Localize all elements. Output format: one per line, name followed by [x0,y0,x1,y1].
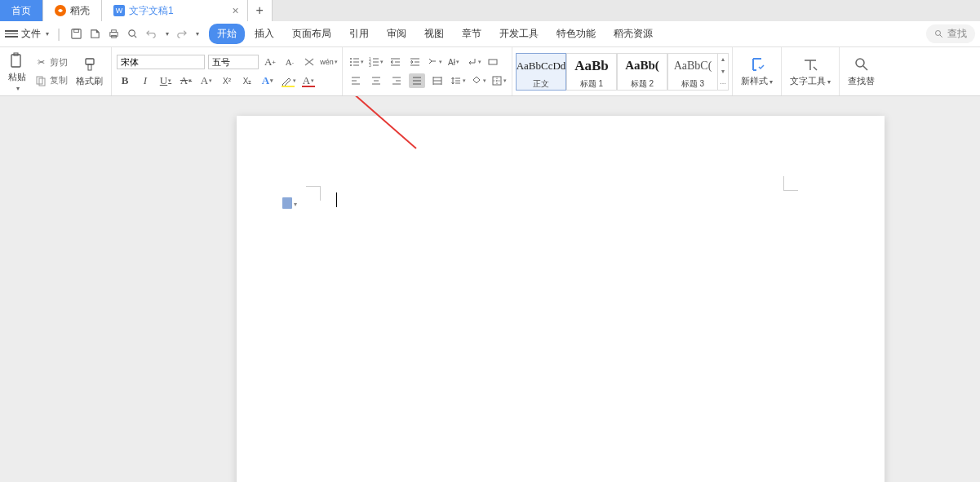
align-left-button[interactable] [348,73,364,88]
italic-button[interactable]: I [137,73,153,88]
redo-icon[interactable] [175,28,188,40]
bullets-button[interactable]: ▾ [348,55,364,69]
styles-scroll[interactable]: ▴▾⋯ [717,53,729,91]
svg-line-6 [135,35,137,38]
ribbon-group-font: A+ A- wén▾ B I U▾ A▾ A▾ X² X₂ A▾ ▾ A▾ [112,47,343,95]
chevron-down-icon[interactable]: ▾ [196,30,199,38]
svg-point-15 [350,58,352,60]
line-spacing-button[interactable]: ▾ [450,73,466,88]
paste-button[interactable]: 粘贴▾ [5,50,29,94]
file-menu[interactable]: 文件 ▾ [5,27,49,41]
preview-icon[interactable] [126,28,139,40]
svg-rect-33 [489,60,497,64]
find-replace-button[interactable]: 查找替 [845,54,878,89]
underline-button[interactable]: U▾ [157,73,174,88]
menu-bar: 文件 ▾ | ▾ ▾ 开始 插入 页面布局 引用 审阅 视图 章节 开发工具 特… [0,21,980,47]
menu-page-layout[interactable]: 页面布局 [284,24,339,44]
svg-point-57 [856,59,864,67]
tab-document[interactable]: W 文字文稿1 × [102,0,248,21]
increase-indent-button[interactable] [406,55,423,69]
highlight-button[interactable]: ▾ [280,73,296,88]
menu-start[interactable]: 开始 [209,24,245,44]
grow-font-button[interactable]: A+ [262,55,278,69]
copy-button[interactable]: 复制 [33,73,69,88]
phonetic-guide-button[interactable]: wén▾ [321,55,337,69]
tab-add[interactable]: + [248,0,273,21]
tab-bar: 首页 稻壳 W 文字文稿1 × + [0,0,980,21]
format-painter-icon [81,55,99,73]
shading-button[interactable]: ▾ [470,73,486,88]
svg-rect-13 [86,59,94,64]
bold-button[interactable]: B [117,73,133,88]
docer-icon [55,5,66,16]
decrease-indent-button[interactable] [387,55,403,69]
cut-icon: ✂ [34,56,47,69]
svg-text:3: 3 [369,63,371,68]
svg-rect-3 [112,30,117,33]
chevron-down-icon[interactable]: ▾ [294,201,297,208]
svg-rect-0 [72,29,81,38]
menu-insert[interactable]: 插入 [246,24,282,44]
style-heading-3[interactable]: AaBbC( 标题 3 [667,53,718,91]
ribbon-group-clipboard: 粘贴▾ ✂剪切 复制 格式刷 [0,47,112,95]
ribbon-group-find: 查找替 [840,47,883,95]
superscript-button[interactable]: X² [219,73,235,88]
font-size-combo[interactable] [208,55,259,69]
style-body-text[interactable]: AaBbCcDd 正文 [516,53,566,91]
document-page[interactable] [237,116,885,482]
text-effects-button[interactable]: A▾ [259,73,276,88]
new-style-icon [748,55,766,73]
align-right-button[interactable] [388,73,405,88]
search-box[interactable]: 查找 [926,24,975,43]
subscript-button[interactable]: X₂ [239,73,255,88]
undo-icon[interactable] [145,28,157,40]
text-tool-button[interactable]: 文字工具▾ [787,54,834,89]
style-heading-1[interactable]: AaBb 标题 1 [566,53,617,91]
style-heading-2[interactable]: AaBb( 标题 2 [617,53,667,91]
shrink-font-button[interactable]: A- [282,55,298,69]
cut-button[interactable]: ✂剪切 [33,55,69,70]
quick-access-toolbar: ▾ ▾ [70,28,199,40]
save-icon[interactable] [70,28,82,40]
tab-docer[interactable]: 稻壳 [43,0,102,21]
text-direction-button[interactable]: ▾ [426,55,442,69]
ribbon-group-styles: AaBbCcDd 正文 AaBb 标题 1 AaBb( 标题 2 AaBbC( … [512,47,733,95]
paragraph-options-icon[interactable] [282,197,292,209]
align-center-button[interactable] [368,73,384,88]
align-distribute-button[interactable] [429,73,446,88]
clear-format-button[interactable] [301,55,317,69]
menu-dev-tools[interactable]: 开发工具 [491,24,547,44]
svg-point-19 [350,64,352,66]
svg-line-8 [940,34,942,37]
borders-button[interactable]: ▾ [490,73,507,88]
tab-button[interactable] [485,55,501,69]
svg-point-17 [350,61,352,63]
search-placeholder: 查找 [947,27,967,41]
tab-home[interactable]: 首页 [0,0,43,21]
font-color-button[interactable]: A▾ [300,73,317,88]
print-preview-icon[interactable] [89,28,101,40]
menu-view[interactable]: 视图 [416,24,452,44]
document-area[interactable]: ▾ [0,96,980,482]
line-break-button[interactable]: ▾ [465,55,481,69]
file-menu-label: 文件 [21,27,41,41]
menu-references[interactable]: 引用 [341,24,377,44]
hamburger-icon [5,30,18,38]
close-tab-icon[interactable]: × [233,4,239,17]
menu-section[interactable]: 章节 [454,24,490,44]
search-icon [934,29,944,39]
menu-review[interactable]: 审阅 [379,24,415,44]
text-cursor [336,192,337,207]
format-painter-button[interactable]: 格式刷 [73,54,106,89]
new-style-button[interactable]: 新样式▾ [738,54,776,89]
emphasis-mark-button[interactable]: A▾ [198,73,215,88]
numbering-button[interactable]: 123▾ [367,55,384,69]
menu-docer-resource[interactable]: 稻壳资源 [605,24,661,44]
menu-special[interactable]: 特色功能 [548,24,604,44]
print-icon[interactable] [108,28,120,40]
align-text-button[interactable]: Ał▾ [446,55,462,69]
font-name-combo[interactable] [117,55,205,69]
align-justify-button[interactable] [409,73,425,88]
strikethrough-button[interactable]: A▾ [178,73,194,88]
undo-dropdown-icon[interactable]: ▾ [166,30,169,38]
